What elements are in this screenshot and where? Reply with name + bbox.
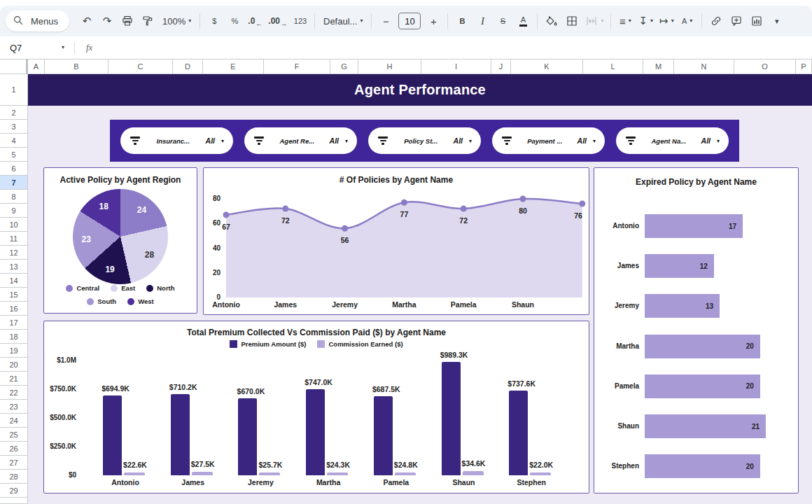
- filter-chip-4[interactable]: Payment ...All▾: [492, 127, 605, 154]
- format-as-currency-button[interactable]: $: [204, 10, 224, 31]
- column-header-O[interactable]: O: [734, 59, 796, 74]
- row-header-4[interactable]: 4: [0, 134, 28, 148]
- premium-bar[interactable]: [374, 396, 393, 475]
- row-header-7[interactable]: 7: [0, 176, 28, 190]
- filter-chip-1[interactable]: Insuranc...All▾: [120, 127, 233, 154]
- borders-button[interactable]: [562, 10, 582, 31]
- chart-card-policies-line[interactable]: # Of Policies by Agent Name020406080Anto…: [203, 167, 589, 315]
- column-header-D[interactable]: D: [173, 59, 203, 74]
- premium-bar[interactable]: [238, 398, 257, 475]
- column-header-M[interactable]: M: [643, 59, 674, 74]
- row-header-24[interactable]: 24: [0, 414, 28, 428]
- row-header-28[interactable]: 28: [0, 470, 28, 484]
- column-header-E[interactable]: E: [203, 59, 264, 74]
- commission-bar[interactable]: [192, 472, 213, 475]
- row-header-17[interactable]: 17: [0, 316, 28, 330]
- commission-bar[interactable]: [463, 471, 484, 475]
- merge-cells-button[interactable]: ▾: [582, 10, 606, 31]
- premium-bar[interactable]: [442, 362, 461, 475]
- column-header-P[interactable]: P: [796, 59, 812, 74]
- row-header-11[interactable]: 11: [0, 232, 28, 246]
- row-header-13[interactable]: 13: [0, 260, 28, 274]
- row-header-2[interactable]: 2: [0, 106, 28, 120]
- premium-bar[interactable]: [306, 389, 325, 475]
- chart-card-active-policy[interactable]: Active Policy by Agent Region2428192318C…: [43, 167, 197, 314]
- bar[interactable]: 21: [645, 414, 766, 438]
- vertical-align-button[interactable]: ↧▾: [636, 10, 656, 31]
- row-header-20[interactable]: 20: [0, 358, 28, 372]
- text-rotation-button[interactable]: A▾: [678, 10, 697, 31]
- column-header-G[interactable]: G: [330, 59, 358, 74]
- column-header-N[interactable]: N: [674, 59, 734, 74]
- text-color-button[interactable]: A: [513, 10, 533, 31]
- row-header-10[interactable]: 10: [0, 218, 28, 232]
- commission-bar[interactable]: [530, 472, 551, 475]
- format-as-percent-button[interactable]: %: [225, 10, 244, 31]
- row-header-8[interactable]: 8: [0, 190, 28, 204]
- strikethrough-button[interactable]: S: [493, 10, 512, 31]
- row-header-18[interactable]: 18: [0, 330, 28, 344]
- insert-comment-button[interactable]: [727, 10, 746, 31]
- increase-font-size-button[interactable]: +: [424, 10, 443, 31]
- decrease-font-size-button[interactable]: −: [376, 10, 396, 31]
- column-header-I[interactable]: I: [421, 59, 491, 74]
- commission-bar[interactable]: [124, 472, 145, 475]
- zoom-select-button[interactable]: 100%▾: [158, 10, 195, 31]
- print-button[interactable]: [118, 10, 137, 31]
- row-header-6[interactable]: 6: [0, 162, 28, 176]
- row-header-26[interactable]: 26: [0, 442, 28, 456]
- bar[interactable]: 13: [645, 294, 720, 318]
- row-header-14[interactable]: 14: [0, 274, 28, 288]
- commission-bar[interactable]: [395, 472, 416, 475]
- commission-bar[interactable]: [259, 472, 280, 475]
- column-header-C[interactable]: C: [108, 59, 173, 74]
- column-header-F[interactable]: F: [264, 59, 330, 74]
- row-header-19[interactable]: 19: [0, 344, 28, 358]
- column-header-L[interactable]: L: [583, 59, 643, 74]
- filter-chip-3[interactable]: Policy St...All▾: [368, 127, 481, 154]
- row-header-21[interactable]: 21: [0, 372, 28, 386]
- name-box[interactable]: Q7 ▾: [0, 43, 69, 53]
- filter-chip-5[interactable]: Agent Na...All▾: [616, 127, 729, 154]
- commission-bar[interactable]: [327, 472, 348, 475]
- insert-link-button[interactable]: [706, 10, 726, 31]
- row-header-1[interactable]: 1: [0, 74, 28, 106]
- undo-button[interactable]: ↶: [77, 10, 97, 31]
- select-all-corner[interactable]: [0, 59, 28, 74]
- row-header-3[interactable]: 3: [0, 120, 28, 134]
- row-header-25[interactable]: 25: [0, 428, 28, 442]
- column-header-K[interactable]: K: [511, 59, 583, 74]
- fill-color-button[interactable]: [542, 10, 561, 31]
- premium-bar[interactable]: [171, 394, 190, 475]
- row-header-22[interactable]: 22: [0, 386, 28, 400]
- insert-chart-button[interactable]: [747, 10, 766, 31]
- font-size-input[interactable]: 10: [398, 13, 421, 29]
- chart-card-expired-policy[interactable]: Expired Policy by Agent NameAntonio17Jam…: [594, 167, 799, 493]
- decrease-decimal-places-button[interactable]: .0←: [245, 10, 265, 31]
- increase-decimal-places-button[interactable]: .00→: [265, 10, 290, 31]
- chevron-down-icon[interactable]: ▾: [62, 45, 64, 50]
- redo-button[interactable]: ↷: [97, 10, 117, 31]
- bar[interactable]: 20: [645, 454, 760, 478]
- row-header-15[interactable]: 15: [0, 288, 28, 302]
- premium-bar[interactable]: [509, 391, 528, 475]
- bar[interactable]: 20: [645, 335, 760, 358]
- column-header-J[interactable]: J: [491, 59, 511, 74]
- bar[interactable]: 17: [645, 214, 743, 238]
- bar[interactable]: 20: [645, 374, 760, 398]
- bar[interactable]: 12: [645, 254, 714, 278]
- filter-chip-2[interactable]: Agent Re...All▾: [244, 127, 357, 154]
- chart-card-premium-vs-commission[interactable]: Total Premium Collected Vs Commission Pa…: [43, 321, 589, 493]
- menus-button[interactable]: Menus: [6, 10, 69, 31]
- column-header-A[interactable]: A: [28, 59, 45, 74]
- text-wrapping-button[interactable]: ↦▾: [657, 10, 677, 31]
- premium-bar[interactable]: [103, 396, 122, 475]
- row-header-27[interactable]: 27: [0, 456, 28, 470]
- row-header-9[interactable]: 9: [0, 204, 28, 218]
- horizontal-align-button[interactable]: ≡▾: [615, 10, 635, 31]
- italic-button[interactable]: I: [472, 10, 492, 31]
- paint-format-button[interactable]: [138, 10, 158, 31]
- row-header-23[interactable]: 23: [0, 400, 28, 414]
- column-header-B[interactable]: B: [45, 59, 108, 74]
- toolbar-overflow-button[interactable]: ▾: [767, 10, 787, 31]
